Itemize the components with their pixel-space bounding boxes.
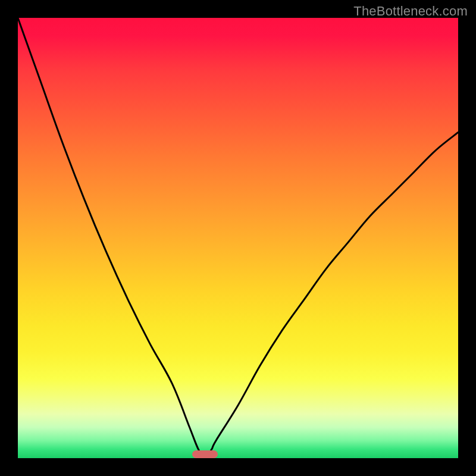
curve-svg: [18, 18, 458, 458]
chart-frame: TheBottleneck.com: [0, 0, 476, 476]
bottleneck-curve: [18, 18, 458, 458]
optimum-marker: [192, 450, 218, 458]
plot-area: [18, 18, 458, 458]
watermark-text: TheBottleneck.com: [353, 4, 468, 19]
